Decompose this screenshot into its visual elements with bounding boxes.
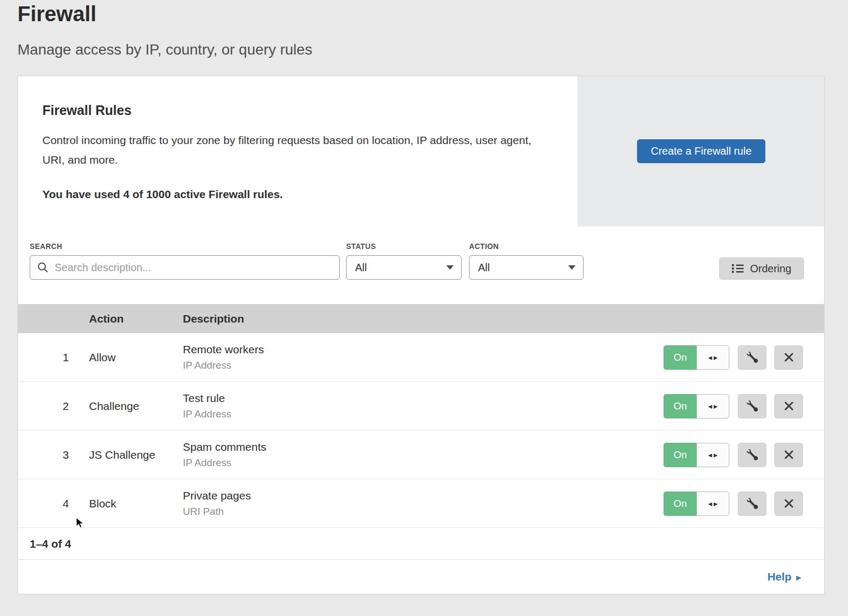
rule-match-type: URI Path <box>183 506 664 517</box>
rule-match-type: IP Address <box>183 457 664 469</box>
action-label: ACTION <box>469 242 584 251</box>
arrow-right-icon: ▸ <box>714 401 718 411</box>
rule-index: 4 <box>18 497 89 510</box>
edit-rule-button[interactable] <box>738 394 766 418</box>
action-filter: ACTION All <box>469 242 584 280</box>
rule-toggle-group: On ◂▸ <box>664 492 729 516</box>
rule-description: Test rule <box>183 392 664 405</box>
close-icon <box>784 401 794 411</box>
delete-rule-button[interactable] <box>774 492 803 516</box>
table-row: 4 Block Private pages URI Path On ◂▸ <box>18 479 824 528</box>
rule-toggle-expand-button[interactable]: ◂▸ <box>696 394 729 418</box>
close-icon <box>784 498 794 508</box>
rule-controls: On ◂▸ <box>664 345 824 370</box>
search-label: SEARCH <box>30 242 340 251</box>
filters-bar: SEARCH STATUS All ACTION All <box>18 226 824 304</box>
rule-toggle-expand-button[interactable]: ◂▸ <box>696 492 729 516</box>
page-title: Firewall <box>17 2 96 26</box>
rule-toggle-on-button[interactable]: On <box>664 492 696 516</box>
rule-index: 2 <box>18 400 89 413</box>
pagination-row: 1–4 of 4 <box>18 528 824 560</box>
rule-toggle-expand-button[interactable]: ◂▸ <box>696 345 729 370</box>
rule-toggle-group: On ◂▸ <box>664 394 729 418</box>
rule-toggle-expand-button[interactable]: ◂▸ <box>696 443 729 467</box>
action-select-value: All <box>478 262 490 274</box>
edit-rule-button[interactable] <box>738 443 766 467</box>
rule-match-type: IP Address <box>183 360 664 371</box>
ordering-button-label: Ordering <box>750 263 791 275</box>
rule-action: Allow <box>89 351 183 364</box>
search-icon <box>37 262 49 273</box>
search-filter: SEARCH <box>30 242 340 280</box>
delete-rule-button[interactable] <box>774 345 803 370</box>
close-icon <box>784 352 794 362</box>
edit-rule-button[interactable] <box>738 345 766 370</box>
search-input-wrap <box>30 255 340 280</box>
arrow-left-icon: ◂ <box>708 401 712 411</box>
wrench-icon <box>747 400 758 412</box>
rule-action: Challenge <box>89 400 183 413</box>
rule-controls: On ◂▸ <box>664 443 824 467</box>
rule-controls: On ◂▸ <box>664 394 824 418</box>
arrow-right-icon: ▸ <box>714 450 718 460</box>
rule-description-cell: Remote workers IP Address <box>183 343 664 371</box>
rule-toggle-on-button[interactable]: On <box>664 345 696 370</box>
rule-description: Spam comments <box>183 441 664 453</box>
ordering-button[interactable]: Ordering <box>719 257 804 280</box>
rule-description: Private pages <box>183 489 664 502</box>
header-description-column: Description <box>183 313 824 325</box>
rule-match-type: IP Address <box>183 408 664 420</box>
arrow-right-icon: ▸ <box>714 353 718 362</box>
rule-toggle-on-button[interactable]: On <box>664 394 696 418</box>
wrench-icon <box>747 352 758 363</box>
search-input[interactable] <box>30 255 340 280</box>
status-select-value: All <box>355 262 367 274</box>
rule-action: JS Challenge <box>89 449 183 461</box>
page-subtitle: Manage access by IP, country, or query r… <box>17 41 312 58</box>
table-row: 3 JS Challenge Spam comments IP Address … <box>18 431 824 479</box>
help-link-label: Help <box>767 570 792 583</box>
status-label: STATUS <box>346 242 462 251</box>
rule-toggle-group: On ◂▸ <box>664 443 729 467</box>
card-heading: Firewall Rules <box>42 103 546 118</box>
rule-controls: On ◂▸ <box>664 492 824 516</box>
delete-rule-button[interactable] <box>774 394 803 418</box>
table-row: 1 Allow Remote workers IP Address On ◂▸ <box>18 333 824 382</box>
wrench-icon <box>747 498 758 509</box>
status-select[interactable]: All <box>346 255 462 280</box>
pagination-text: 1–4 of 4 <box>30 538 71 550</box>
arrow-right-icon: ▸ <box>714 499 718 508</box>
delete-rule-button[interactable] <box>774 443 803 467</box>
rule-index: 1 <box>18 351 89 364</box>
rule-description-cell: Spam comments IP Address <box>183 441 664 469</box>
table-header: Action Description <box>18 304 824 333</box>
help-link[interactable]: Help ▸ <box>767 570 801 583</box>
usage-text: You have used 4 of 1000 active Firewall … <box>42 188 546 201</box>
rule-description-cell: Test rule IP Address <box>183 392 664 420</box>
create-firewall-rule-button[interactable]: Create a Firewall rule <box>637 139 765 163</box>
header-action-column: Action <box>89 313 183 325</box>
chevron-down-icon <box>568 265 576 270</box>
edit-rule-button[interactable] <box>738 492 766 516</box>
arrow-left-icon: ◂ <box>708 450 712 460</box>
list-ordering-icon <box>732 264 744 273</box>
card-footer: Help ▸ <box>18 560 824 594</box>
wrench-icon <box>747 449 758 460</box>
action-select[interactable]: All <box>469 255 584 280</box>
rule-toggle-group: On ◂▸ <box>664 345 729 370</box>
rule-index: 3 <box>18 449 89 461</box>
arrow-left-icon: ◂ <box>708 353 712 362</box>
rule-description: Remote workers <box>183 343 664 356</box>
table-row: 2 Challenge Test rule IP Address On ◂▸ <box>18 382 824 431</box>
card-top-section: Firewall Rules Control incoming traffic … <box>18 76 824 226</box>
chevron-down-icon <box>446 265 454 270</box>
rule-description-cell: Private pages URI Path <box>183 489 664 517</box>
card-info: Firewall Rules Control incoming traffic … <box>18 76 578 226</box>
firewall-rules-card: Firewall Rules Control incoming traffic … <box>17 76 825 594</box>
rule-toggle-on-button[interactable]: On <box>664 443 696 467</box>
rule-action: Block <box>89 497 183 510</box>
arrow-left-icon: ◂ <box>708 499 712 508</box>
status-filter: STATUS All <box>346 242 462 280</box>
card-description: Control incoming traffic to your zone by… <box>42 131 543 170</box>
card-action-panel: Create a Firewall rule <box>578 76 824 226</box>
